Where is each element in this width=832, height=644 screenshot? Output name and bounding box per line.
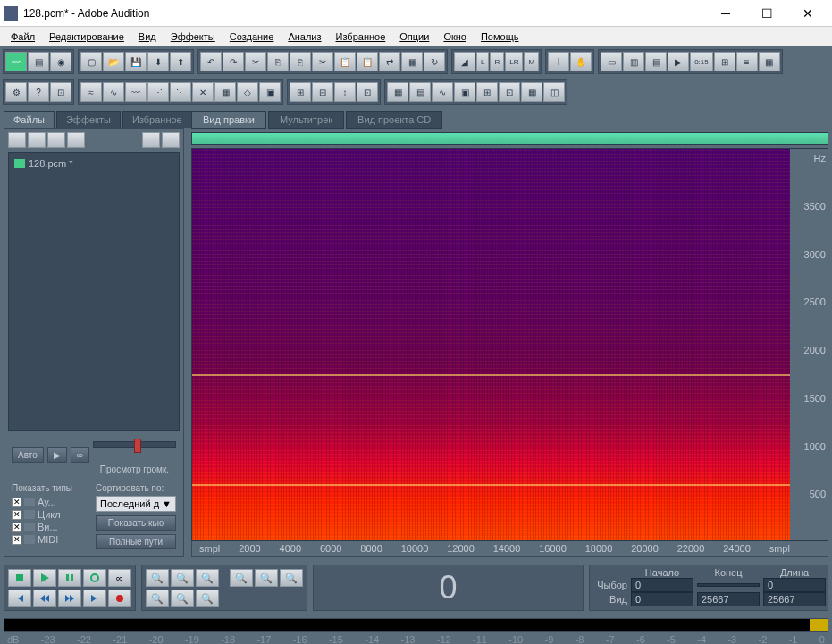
fx3-icon[interactable]: 〰: [125, 82, 147, 102]
view3-icon[interactable]: ∿: [432, 82, 453, 102]
tab-cd-view[interactable]: Вид проекта CD: [346, 111, 442, 129]
sel-icon[interactable]: ⊞: [714, 52, 735, 71]
copy-icon[interactable]: ⎘: [267, 52, 289, 71]
fx9-icon[interactable]: ▣: [259, 82, 281, 102]
view7-icon[interactable]: ▦: [521, 82, 542, 102]
marker1-icon[interactable]: ⊞: [290, 82, 311, 102]
import-file-icon[interactable]: [8, 132, 26, 148]
marker2-icon[interactable]: ⊟: [312, 82, 333, 102]
auto-button[interactable]: Авто: [12, 447, 44, 463]
help-icon[interactable]: ?: [28, 82, 49, 102]
pause-button[interactable]: [58, 569, 81, 587]
spectrogram-display[interactable]: [192, 149, 790, 540]
menu-file[interactable]: Файл: [5, 29, 40, 44]
minimize-button[interactable]: ─: [705, 1, 746, 26]
cd-mode-icon[interactable]: ◉: [50, 52, 71, 71]
view-length-input[interactable]: 25667: [763, 592, 826, 606]
trim-icon[interactable]: ✂: [245, 52, 266, 71]
panel2-icon[interactable]: ▤: [645, 52, 667, 71]
zoom-reset-icon[interactable]: 🔍: [196, 590, 219, 607]
mixer-icon[interactable]: ▦: [759, 52, 780, 71]
menu-window[interactable]: Окно: [438, 29, 472, 44]
menu-favorites[interactable]: Избранное: [331, 29, 391, 44]
view5-icon[interactable]: ⊞: [476, 82, 498, 102]
tab-favorites[interactable]: Избранное: [122, 111, 192, 128]
settings-icon[interactable]: ⊡: [50, 82, 71, 102]
zoom-out-h-icon[interactable]: 🔍: [171, 569, 194, 587]
spectral-icon[interactable]: ◢: [454, 52, 475, 71]
cut-icon[interactable]: ✂: [312, 52, 333, 71]
menu-view[interactable]: Вид: [133, 29, 162, 44]
time-ruler[interactable]: smpl 2000 4000 6000 8000 10000 12000 140…: [191, 541, 828, 557]
record-button[interactable]: [108, 590, 131, 607]
zoom-in-h-icon[interactable]: 🔍: [146, 569, 169, 587]
new-icon[interactable]: ▢: [80, 52, 102, 71]
options2-icon[interactable]: [162, 132, 180, 148]
chan-both-icon[interactable]: LR: [505, 52, 523, 71]
chan-left-icon[interactable]: L: [476, 52, 489, 71]
fx5-icon[interactable]: ⋱: [170, 82, 191, 102]
marker3-icon[interactable]: ↕: [334, 82, 356, 102]
view-start-input[interactable]: 0: [631, 592, 693, 606]
view6-icon[interactable]: ⊡: [499, 82, 520, 102]
type-video[interactable]: ✕Ви...: [12, 521, 92, 533]
export-icon[interactable]: ⬆: [170, 52, 191, 71]
sort-dropdown[interactable]: Последний д▼: [96, 496, 176, 512]
script-icon[interactable]: ⚙: [5, 82, 27, 102]
fx1-icon[interactable]: ≈: [80, 82, 102, 102]
edit-file-icon[interactable]: [67, 132, 85, 148]
navigator-bar[interactable]: [191, 132, 828, 145]
view-end-input[interactable]: 25667: [697, 592, 760, 606]
paste-icon[interactable]: 📋: [334, 52, 356, 71]
menu-analyze[interactable]: Анализ: [282, 29, 326, 44]
stop-button[interactable]: [8, 569, 31, 587]
view4-icon[interactable]: ▣: [454, 82, 475, 102]
zoom-in-right-icon[interactable]: 🔍: [280, 569, 303, 587]
rewind-button[interactable]: [33, 590, 56, 607]
close-button[interactable]: ✕: [787, 1, 828, 26]
panel1-icon[interactable]: ▥: [623, 52, 644, 71]
play-preview-icon[interactable]: ▶: [47, 447, 67, 463]
tab-effects[interactable]: Эффекты: [56, 111, 121, 128]
fx7-icon[interactable]: ▦: [214, 82, 236, 102]
close-file-icon[interactable]: [28, 132, 46, 148]
menu-help[interactable]: Помощь: [475, 29, 525, 44]
file-list[interactable]: 128.pcm *: [8, 152, 180, 431]
forward-button[interactable]: [58, 590, 81, 607]
import-icon[interactable]: ⬇: [147, 52, 169, 71]
marker4-icon[interactable]: ⊡: [357, 82, 378, 102]
maximize-button[interactable]: ☐: [746, 1, 787, 26]
menu-edit[interactable]: Редактирование: [44, 29, 130, 44]
cursor-icon[interactable]: I: [548, 52, 569, 71]
play-button[interactable]: [33, 569, 56, 587]
chan-mix-icon[interactable]: M: [524, 52, 539, 71]
insert-file-icon[interactable]: [47, 132, 65, 148]
chan-right-icon[interactable]: R: [490, 52, 504, 71]
type-midi[interactable]: ✕MIDI: [12, 533, 92, 546]
loop-icon[interactable]: ↻: [424, 52, 445, 71]
dock-icon[interactable]: ▭: [601, 52, 622, 71]
mix-paste-icon[interactable]: 📋: [357, 52, 378, 71]
level-meter[interactable]: [4, 618, 828, 632]
tab-edit-view[interactable]: Вид правки: [191, 111, 266, 129]
fx6-icon[interactable]: ✕: [192, 82, 214, 102]
fx8-icon[interactable]: ◇: [237, 82, 258, 102]
full-paths-button[interactable]: Полные пути: [96, 534, 176, 549]
file-item[interactable]: 128.pcm *: [13, 156, 175, 171]
open-icon[interactable]: 📂: [103, 52, 124, 71]
play-looped-button[interactable]: [83, 569, 106, 587]
meter-icon[interactable]: ≡: [736, 52, 758, 71]
convert-icon[interactable]: ⇄: [379, 52, 400, 71]
group-icon[interactable]: ▦: [401, 52, 423, 71]
waveform-mode-icon[interactable]: 〰: [5, 52, 27, 71]
options1-icon[interactable]: [142, 132, 160, 148]
sel-length-input[interactable]: 0: [763, 578, 826, 592]
tab-files[interactable]: Файлы: [4, 111, 55, 128]
loop-preview-icon[interactable]: ∞: [71, 447, 89, 463]
zoom-full-icon[interactable]: 🔍: [196, 569, 219, 587]
zoom-in-v-icon[interactable]: 🔍: [146, 590, 169, 607]
zoom-out-v-icon[interactable]: 🔍: [171, 590, 194, 607]
menu-generate[interactable]: Создание: [224, 29, 280, 44]
type-loop[interactable]: ✕Цикл: [12, 508, 92, 521]
play-to-end-button[interactable]: ∞: [108, 569, 131, 587]
